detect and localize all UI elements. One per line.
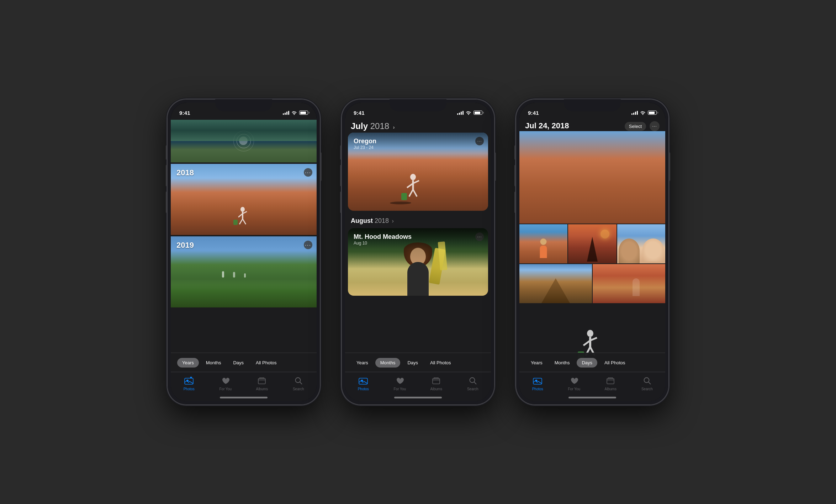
grid-photo-silhouette[interactable]: [568, 224, 616, 263]
side-button-mute-3: [514, 145, 516, 160]
tab-months-2[interactable]: Months: [375, 358, 401, 368]
month-year: 2018: [370, 121, 389, 131]
side-button-mute: [166, 145, 167, 160]
years-content[interactable]: 2018 ···: [171, 118, 317, 372]
location-dates-oregon: Jul 23 - 24: [354, 145, 482, 150]
battery-icon-2: [473, 111, 482, 115]
grid-photo-volcano[interactable]: [519, 264, 592, 303]
tab-allphotos-2[interactable]: All Photos: [425, 358, 456, 368]
more-circle-dots: ···: [652, 124, 657, 129]
nav-photos-2[interactable]: Photos: [345, 376, 382, 391]
home-indicator-1: [220, 397, 268, 398]
year-card-2019[interactable]: 2019 ···: [171, 236, 317, 307]
tab-allphotos-3[interactable]: All Photos: [599, 358, 630, 368]
iphone-3: 9:41: [516, 99, 669, 405]
search-icon-1: [293, 376, 303, 386]
nav-search-3[interactable]: Search: [629, 376, 666, 391]
nav-foryou-2[interactable]: For You: [382, 376, 418, 391]
foryou-icon-2: [395, 376, 405, 386]
photo-tabs-1: Years Months Days All Photos: [171, 353, 317, 372]
svg-rect-31: [607, 379, 614, 384]
status-bar-3: 9:41: [519, 103, 665, 118]
wifi-icon-3: [640, 111, 646, 115]
grid-photo-couple[interactable]: [617, 224, 665, 263]
status-bar-2: 9:41: [345, 103, 491, 118]
photo-tabs-inner-2: Years Months Days All Photos: [348, 356, 488, 370]
nav-search-2[interactable]: Search: [455, 376, 491, 391]
svg-point-0: [240, 207, 245, 212]
tab-days-2[interactable]: Days: [402, 358, 423, 368]
svg-line-5: [243, 219, 246, 224]
screen-inner-3: 9:41: [519, 103, 665, 401]
side-button-mute-2: [340, 145, 342, 160]
select-button[interactable]: Select: [625, 122, 646, 131]
photo-grid-row1: [519, 224, 665, 263]
signal-icon-3: [631, 111, 638, 115]
tab-days-1[interactable]: Days: [228, 358, 249, 368]
signal-icon-2: [457, 111, 464, 115]
side-button-vol-up: [166, 165, 167, 186]
search-icon-2: [468, 376, 478, 386]
tab-years-2[interactable]: Years: [351, 358, 373, 368]
months-header: July 2018 ›: [345, 118, 491, 133]
svg-line-33: [649, 382, 651, 384]
year-card-lake[interactable]: [171, 120, 317, 162]
tab-years-1[interactable]: Years: [177, 358, 199, 368]
tab-years-3[interactable]: Years: [526, 358, 547, 368]
location-name-oregon: Oregon: [354, 138, 482, 145]
grid-photo-boy[interactable]: [519, 224, 567, 263]
screen-3: 9:41: [519, 103, 665, 401]
tab-months-3[interactable]: Months: [550, 358, 575, 368]
photo-grid-row2: [519, 264, 665, 303]
screen-1: 9:41: [171, 103, 317, 401]
more-circle-btn[interactable]: ···: [650, 121, 660, 131]
tab-months-1[interactable]: Months: [201, 358, 226, 368]
tab-days-3[interactable]: Days: [577, 358, 597, 368]
august-chevron[interactable]: ›: [392, 218, 394, 224]
nav-label-foryou-2: For You: [394, 387, 406, 391]
nav-albums-1[interactable]: Albums: [244, 376, 280, 391]
svg-point-12: [410, 174, 416, 180]
nav-label-albums-3: Albums: [605, 387, 617, 391]
mthood-card[interactable]: Mt. Hood Meadows Aug 10 ···: [348, 228, 488, 296]
status-icons-3: [631, 111, 657, 115]
nav-photos-1[interactable]: Photos: [171, 376, 207, 391]
photo-tabs-inner-3: Years Months Days All Photos: [522, 356, 662, 370]
nav-search-1[interactable]: Search: [280, 376, 317, 391]
month-name: July: [351, 121, 368, 131]
nav-foryou-1[interactable]: For You: [207, 376, 244, 391]
svg-line-11: [300, 382, 302, 384]
side-button-vol-up-2: [340, 165, 342, 186]
month-chevron[interactable]: ›: [393, 124, 395, 130]
photo-lake: [171, 120, 317, 162]
more-dots-2019: ···: [305, 242, 311, 248]
nav-label-foryou-1: For You: [219, 387, 232, 391]
main-photo-days[interactable]: [519, 131, 665, 224]
battery-icon-1: [299, 111, 308, 115]
status-bar-1: 9:41: [171, 103, 317, 118]
svg-point-32: [644, 378, 649, 383]
nav-albums-2[interactable]: Albums: [418, 376, 455, 391]
svg-point-10: [295, 378, 300, 383]
more-btn-2018[interactable]: ···: [304, 168, 312, 177]
tab-allphotos-1[interactable]: All Photos: [251, 358, 282, 368]
screen-inner-2: 9:41: [345, 103, 491, 401]
nav-foryou-3[interactable]: For You: [556, 376, 593, 391]
grid-photo-person-rock[interactable]: [593, 264, 665, 303]
days-content[interactable]: [519, 131, 665, 372]
more-btn-2019[interactable]: ···: [304, 241, 312, 249]
year-card-2018[interactable]: 2018 ···: [171, 164, 317, 235]
oregon-card[interactable]: Oregon Jul 23 - 24 ···: [348, 133, 488, 211]
status-time-1: 9:41: [179, 110, 190, 116]
months-content[interactable]: Oregon Jul 23 - 24 ··· August 2018 ›: [345, 131, 491, 372]
foryou-icon-1: [221, 376, 231, 386]
photos-icon-2: [358, 376, 368, 386]
albums-icon-3: [605, 376, 615, 386]
nav-photos-3[interactable]: Photos: [519, 376, 556, 391]
photo-tabs-2: Years Months Days All Photos: [345, 353, 491, 372]
nav-label-photos-3: Photos: [532, 387, 543, 391]
days-date-text: Jul 24, 2018: [525, 121, 569, 130]
more-dots-2018: ···: [305, 170, 311, 175]
nav-albums-3[interactable]: Albums: [592, 376, 629, 391]
screen-2: 9:41: [345, 103, 491, 401]
